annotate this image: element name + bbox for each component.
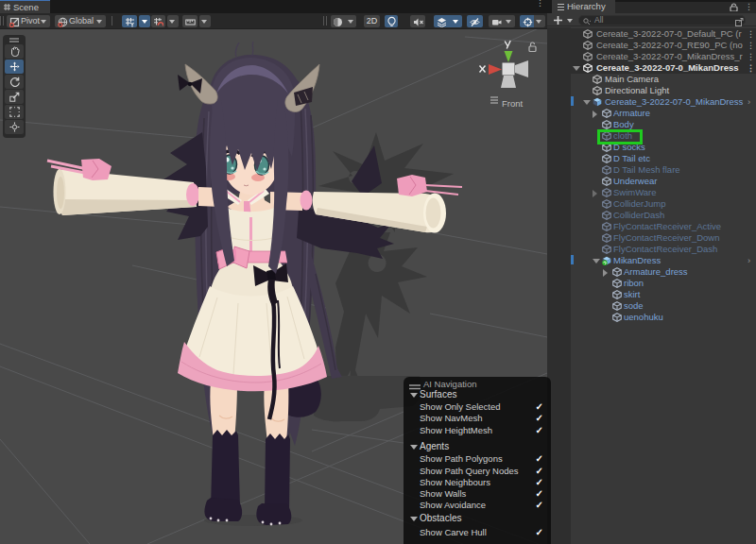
svg-text:Front: Front	[502, 98, 524, 109]
